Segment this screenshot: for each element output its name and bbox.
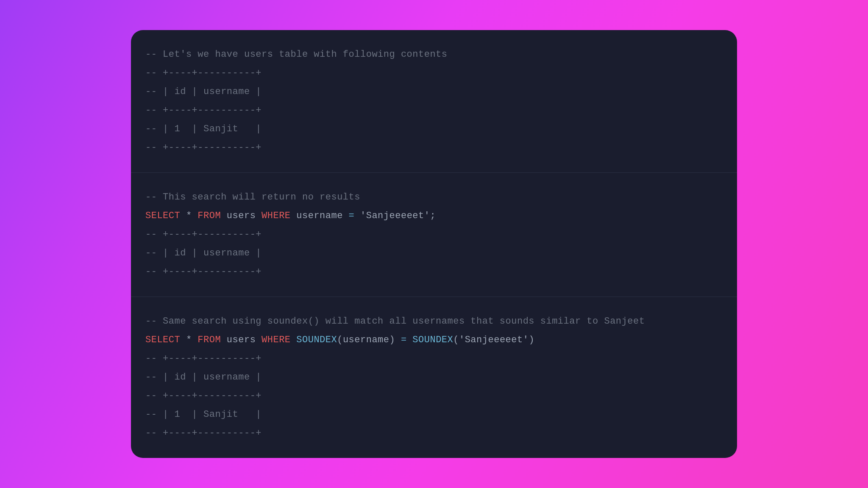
code-token-function: SOUNDEX: [296, 335, 337, 345]
code-token-text: users: [221, 335, 262, 345]
code-line: -- This search will return no results: [145, 188, 723, 207]
code-token-comment: -- | id | username |: [145, 86, 262, 97]
code-token-comment: -- | 1 | Sanjit |: [145, 124, 262, 134]
code-line: -- +----+----------+: [145, 263, 723, 281]
code-token-comment: -- | 1 | Sanjit |: [145, 409, 262, 420]
code-line: -- +----+----------+: [145, 225, 723, 244]
code-line: -- | id | username |: [145, 83, 723, 101]
code-token-comment: -- +----+----------+: [145, 105, 262, 116]
code-token-comment: -- +----+----------+: [145, 142, 262, 153]
code-token-text: username: [291, 211, 349, 221]
code-token-keyword: SELECT: [145, 211, 180, 221]
code-token-comment: -- +----+----------+: [145, 353, 262, 364]
code-token-operator: =: [401, 335, 407, 345]
code-line: -- +----+----------+: [145, 349, 723, 368]
code-token-text: [291, 335, 297, 345]
code-token-text: *: [180, 211, 198, 221]
code-line: -- +----+----------+: [145, 101, 723, 120]
code-token-text: ): [529, 335, 534, 345]
code-token-text: [407, 335, 413, 345]
code-token-comment: -- | id | username |: [145, 372, 262, 383]
code-token-function: SOUNDEX: [412, 335, 453, 345]
code-token-comment: -- +----+----------+: [145, 391, 262, 401]
code-token-keyword: WHERE: [262, 211, 291, 221]
code-line: SELECT * FROM users WHERE SOUNDEX(userna…: [145, 331, 723, 349]
code-line: -- +----+----------+: [145, 139, 723, 157]
code-token-comment: -- Same search using soundex() will matc…: [145, 316, 645, 327]
code-line: -- | 1 | Sanjit |: [145, 405, 723, 424]
code-line: -- | id | username |: [145, 368, 723, 387]
code-block-1: -- Let's we have users table with follow…: [131, 30, 737, 172]
code-line: -- +----+----------+: [145, 387, 723, 405]
code-token-keyword: FROM: [198, 335, 221, 345]
code-block-3: -- Same search using soundex() will matc…: [131, 297, 737, 458]
code-container: -- Let's we have users table with follow…: [131, 30, 737, 458]
code-token-comment: -- +----+----------+: [145, 68, 262, 78]
code-line: -- | id | username |: [145, 244, 723, 263]
code-token-text: [354, 211, 360, 221]
code-line: -- Same search using soundex() will matc…: [145, 312, 723, 331]
code-token-keyword: WHERE: [262, 335, 291, 345]
code-line: -- Let's we have users table with follow…: [145, 45, 723, 64]
code-token-comment: -- | id | username |: [145, 248, 262, 258]
code-token-comment: -- Let's we have users table with follow…: [145, 49, 448, 60]
code-line: SELECT * FROM users WHERE username = 'Sa…: [145, 207, 723, 225]
code-line: -- +----+----------+: [145, 424, 723, 443]
code-token-keyword: SELECT: [145, 335, 180, 345]
code-token-keyword: FROM: [198, 211, 221, 221]
code-token-text: ;: [430, 211, 436, 221]
code-block-2: -- This search will return no resultsSEL…: [131, 173, 737, 297]
code-token-comment: -- +----+----------+: [145, 266, 262, 277]
code-token-string: 'Sanjeeeeet': [360, 211, 430, 221]
code-token-comment: -- This search will return no results: [145, 192, 360, 202]
code-token-text: (username): [337, 335, 401, 345]
code-token-text: users: [221, 211, 262, 221]
code-token-comment: -- +----+----------+: [145, 229, 262, 240]
code-token-text: (: [453, 335, 459, 345]
code-line: -- +----+----------+: [145, 64, 723, 83]
code-token-text: *: [180, 335, 198, 345]
code-token-comment: -- +----+----------+: [145, 428, 262, 438]
code-line: -- | 1 | Sanjit |: [145, 120, 723, 139]
code-token-operator: =: [349, 211, 355, 221]
code-token-string: 'Sanjeeeeet': [459, 335, 529, 345]
